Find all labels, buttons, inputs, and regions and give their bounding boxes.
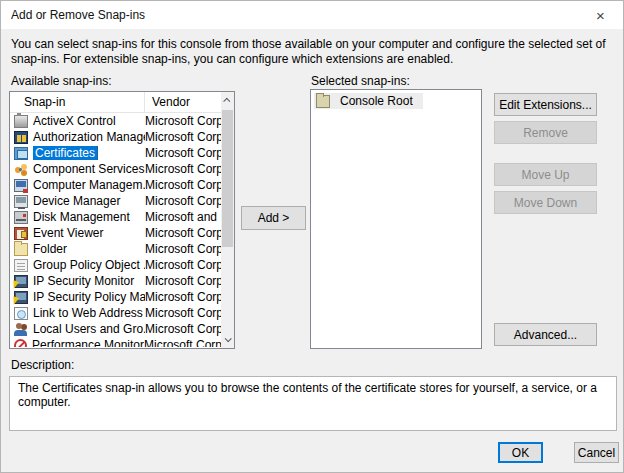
certificates-icon bbox=[14, 147, 28, 160]
folder-icon bbox=[14, 243, 28, 256]
snapin-vendor: Microsoft Corp... bbox=[145, 322, 221, 336]
snapin-vendor: Microsoft Corp... bbox=[145, 290, 221, 304]
description-box: The Certificates snap-in allows you to b… bbox=[9, 376, 617, 431]
close-button[interactable]: × bbox=[578, 1, 623, 29]
console-root-label: Console Root bbox=[340, 94, 413, 108]
snapin-name: Local Users and Gro... bbox=[33, 322, 145, 336]
selected-snapin-list: Console Root bbox=[311, 90, 481, 111]
snapin-vendor: Microsoft Corp... bbox=[145, 274, 221, 288]
titlebar: Add or Remove Snap-ins × bbox=[1, 1, 623, 29]
snapin-vendor: Microsoft and ... bbox=[145, 210, 221, 224]
chevron-down-icon bbox=[225, 335, 232, 342]
computer-management-icon bbox=[14, 179, 28, 192]
add-remove-snapins-dialog: Add or Remove Snap-ins × You can select … bbox=[0, 0, 624, 473]
snapin-row[interactable]: Event Viewer Microsoft Corp... bbox=[11, 225, 221, 241]
move-up-button[interactable]: Move Up bbox=[494, 163, 597, 186]
add-button[interactable]: Add > bbox=[241, 206, 306, 230]
snapin-name: Computer Managem... bbox=[33, 178, 145, 192]
snapin-row[interactable]: IP Security Monitor Microsoft Corp... bbox=[11, 273, 221, 289]
snapin-vendor: Microsoft Corp... bbox=[145, 130, 221, 144]
description-label: Description: bbox=[11, 358, 74, 372]
ip-security-policy-icon bbox=[14, 291, 28, 304]
snapin-row[interactable]: Performance Monitor Microsoft Corp... bbox=[11, 337, 221, 347]
snapin-row[interactable]: ActiveX Control Microsoft Corp... bbox=[11, 113, 221, 129]
snapin-name: Event Viewer bbox=[33, 226, 103, 240]
advanced-button[interactable]: Advanced... bbox=[494, 323, 597, 346]
move-down-button[interactable]: Move Down bbox=[494, 191, 597, 214]
selected-snapins-listbox[interactable]: Console Root bbox=[310, 89, 482, 349]
snapin-row[interactable]: Component Services Microsoft Corp... bbox=[11, 161, 221, 177]
snapin-name: Disk Management bbox=[33, 210, 130, 224]
snapin-row[interactable]: Group Policy Object ... Microsoft Corp..… bbox=[11, 257, 221, 273]
available-snapins-listbox: Snap-in Vendor ActiveX Control Microsoft… bbox=[9, 91, 235, 349]
snapin-name: IP Security Policy Ma... bbox=[33, 290, 145, 304]
selected-snapins-label: Selected snap-ins: bbox=[311, 74, 410, 88]
snapin-name: Folder bbox=[33, 242, 67, 256]
column-header-vendor[interactable]: Vendor bbox=[144, 92, 221, 112]
snapin-name: ActiveX Control bbox=[33, 114, 116, 128]
snapin-vendor: Microsoft Corp... bbox=[145, 194, 221, 208]
available-snapins-label: Available snap-ins: bbox=[11, 74, 112, 88]
console-root-folder-icon bbox=[316, 95, 330, 108]
snapin-row[interactable]: Folder Microsoft Corp... bbox=[11, 241, 221, 257]
snapin-name: Authorization Manager bbox=[33, 130, 145, 144]
snapin-row[interactable]: Local Users and Gro... Microsoft Corp... bbox=[11, 321, 221, 337]
snapin-name: Component Services bbox=[33, 162, 144, 176]
snapin-name: Device Manager bbox=[33, 194, 120, 208]
snapin-name: Performance Monitor bbox=[32, 338, 144, 347]
listview-header: Snap-in Vendor bbox=[10, 92, 221, 113]
component-services-icon bbox=[14, 163, 28, 176]
group-policy-icon bbox=[14, 259, 28, 272]
console-root-item[interactable]: Console Root bbox=[314, 93, 423, 109]
remove-button[interactable]: Remove bbox=[494, 121, 597, 144]
snapin-vendor: Microsoft Corp... bbox=[144, 338, 221, 347]
ip-security-monitor-icon bbox=[14, 275, 28, 288]
snapin-vendor: Microsoft Corp... bbox=[145, 226, 221, 240]
snapin-row[interactable]: Disk Management Microsoft and ... bbox=[11, 209, 221, 225]
chevron-up-icon bbox=[223, 98, 230, 105]
performance-monitor-icon bbox=[14, 339, 27, 348]
dialog-title: Add or Remove Snap-ins bbox=[11, 1, 145, 29]
activex-control-icon bbox=[14, 115, 28, 128]
edit-extensions-button[interactable]: Edit Extensions... bbox=[494, 93, 597, 116]
disk-management-icon bbox=[14, 211, 28, 224]
scrollbar-thumb[interactable] bbox=[222, 110, 233, 247]
device-manager-icon bbox=[14, 195, 28, 208]
local-users-groups-icon bbox=[14, 323, 28, 336]
snapin-vendor: Microsoft Corp... bbox=[145, 178, 221, 192]
snapin-name: IP Security Monitor bbox=[33, 274, 134, 288]
snapin-vendor: Microsoft Corp... bbox=[145, 146, 221, 160]
snapin-vendor: Microsoft Corp... bbox=[145, 258, 221, 272]
link-to-web-address-icon bbox=[14, 307, 28, 320]
snapin-row[interactable]: Link to Web Address Microsoft Corp... bbox=[11, 305, 221, 321]
snapin-row[interactable]: Authorization Manager Microsoft Corp... bbox=[11, 129, 221, 145]
available-snapin-list: ActiveX Control Microsoft Corp... Author… bbox=[11, 113, 221, 347]
cancel-button[interactable]: Cancel bbox=[574, 442, 619, 463]
ok-button[interactable]: OK bbox=[498, 442, 543, 463]
snapin-row[interactable]: Computer Managem... Microsoft Corp... bbox=[11, 177, 221, 193]
snapin-vendor: Microsoft Corp... bbox=[145, 306, 221, 320]
snapin-vendor: Microsoft Corp... bbox=[145, 114, 221, 128]
snapin-vendor: Microsoft Corp... bbox=[145, 162, 221, 176]
event-viewer-icon bbox=[14, 227, 28, 240]
snapin-name: Certificates bbox=[33, 146, 97, 160]
scroll-down-button[interactable] bbox=[221, 331, 234, 348]
intro-text: You can select snap-ins for this console… bbox=[11, 37, 616, 67]
scroll-up-button[interactable] bbox=[221, 92, 234, 109]
close-icon: × bbox=[596, 7, 605, 24]
snapin-name: Group Policy Object ... bbox=[33, 258, 145, 272]
scrollbar-vertical[interactable] bbox=[221, 92, 234, 348]
snapin-name: Link to Web Address bbox=[33, 306, 143, 320]
column-header-snapin[interactable]: Snap-in bbox=[10, 95, 144, 109]
description-text: The Certificates snap-in allows you to b… bbox=[18, 381, 597, 409]
authorization-manager-icon bbox=[14, 131, 28, 144]
snapin-vendor: Microsoft Corp... bbox=[145, 242, 221, 256]
snapin-row[interactable]: IP Security Policy Ma... Microsoft Corp.… bbox=[11, 289, 221, 305]
snapin-row-selected[interactable]: Certificates Microsoft Corp... bbox=[11, 145, 221, 161]
snapin-row[interactable]: Device Manager Microsoft Corp... bbox=[11, 193, 221, 209]
